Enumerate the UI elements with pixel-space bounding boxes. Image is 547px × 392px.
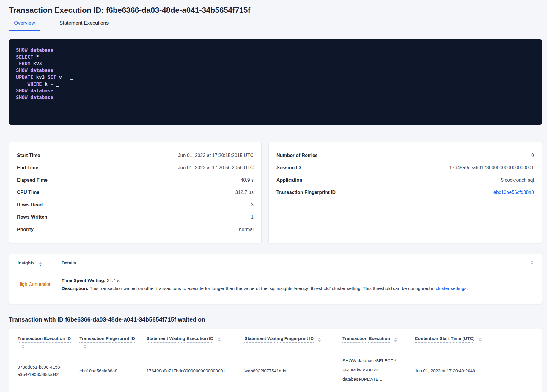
insight-details: Time Spent Waiting: 34.4 s Description: …	[62, 276, 533, 292]
tab-overview[interactable]: Overview	[9, 18, 40, 31]
cell-transaction-execution-link[interactable]: SHOW databaseSELECT * FROM kv3SHOW datab…	[342, 357, 415, 385]
insights-column-label[interactable]: Insights	[18, 260, 35, 267]
sql-line: SHOW database	[16, 47, 535, 54]
detail-row-elapsed-time: Elapsed Time 40.9 s	[17, 174, 254, 186]
sort-icon[interactable]	[218, 338, 221, 342]
insight-row: High Contention Time Spent Waiting: 34.4…	[18, 270, 533, 300]
page-title: Transaction Execution ID: f6be6366-da03-…	[9, 5, 542, 15]
cluster-settings-link[interactable]: cluster settings	[436, 286, 466, 291]
cell-statement-waiting-fingerprint-id: \xdb8922f077541dda	[244, 367, 342, 374]
session-details-card: Number of Retries 0 Session ID 17648a9ee…	[268, 142, 542, 243]
sort-icon[interactable]	[479, 338, 482, 342]
detail-row-transaction-fingerprint-id: Transaction Fingerprint ID ebc10ae56cfd8…	[276, 186, 534, 199]
sort-icon[interactable]	[530, 260, 533, 265]
high-contention-badge: High Contention	[18, 282, 62, 287]
transaction-fingerprint-link[interactable]: ebc10ae56cfd88a8	[493, 190, 534, 195]
time-spent-waiting: Time Spent Waiting: 34.4 s	[62, 276, 533, 284]
sql-line: SHOW database	[16, 94, 535, 101]
detail-row-rows-written: Rows Written 1	[17, 211, 254, 224]
cell-statement-waiting-execution-id: 176498a9c717bdc80000000000000001	[147, 367, 245, 374]
column-header-contention-start-time: Contention Start Time (UTC)	[415, 336, 533, 349]
detail-row-application: Application $ cockroach sql	[276, 174, 534, 186]
column-header-statement-waiting-execution-id: Statement Waiting Execution ID	[147, 336, 245, 349]
sql-line: SELECT *	[16, 54, 535, 61]
detail-row-end-time: End Time Jun 01, 2023 at 17:20:56:2056 U…	[17, 162, 254, 174]
sort-icon[interactable]	[22, 344, 25, 349]
waited-on-heading: Transaction with ID f6be6366-da03-48de-a…	[9, 316, 542, 323]
cell-transaction-fingerprint-id: ebc10ae56cfd88a8	[79, 367, 147, 374]
transaction-details-page: Transaction Execution ID: f6be6366-da03-…	[0, 0, 547, 392]
table-row: 9738d051-bc0e-4158-a9b4-1903586ddd42 ebc…	[18, 352, 533, 391]
column-header-statement-waiting-fingerprint-id: Statement Waiting Fingerprint ID	[244, 336, 342, 349]
cell-contention-start-time: Jun 01, 2023 at 17:20:49:2049	[415, 367, 533, 374]
details-column-label[interactable]: Details	[62, 260, 76, 267]
sort-icon[interactable]	[318, 338, 321, 342]
sort-icon[interactable]	[39, 262, 42, 266]
waited-on-table-header: Transaction Execution ID Transaction Fin…	[18, 336, 533, 352]
cell-transaction-execution-id: 9738d051-bc0e-4158-a9b4-1903586ddd42	[18, 363, 79, 378]
insight-description: Description: This transaction waited on …	[62, 284, 533, 292]
sql-statements-box: SHOW database SELECT * FROM kv3 SHOW dat…	[9, 39, 542, 125]
sql-line: SHOW database	[16, 87, 535, 94]
details-column-header: Details	[62, 260, 76, 267]
summary-cards-row: Start Time Jun 01, 2023 at 17:20:15:2015…	[9, 142, 542, 243]
column-header-transaction-fingerprint-id: Transaction Fingerprint ID	[79, 336, 147, 349]
waited-on-table: Transaction Execution ID Transaction Fin…	[9, 329, 542, 392]
sort-icon[interactable]	[84, 344, 87, 349]
tab-statement-executions[interactable]: Statement Executions	[54, 18, 114, 31]
insights-table-header: Insights Details	[18, 260, 533, 270]
detail-row-number-of-retries: Number of Retries 0	[276, 149, 534, 162]
sort-icon[interactable]	[394, 338, 397, 342]
detail-row-cpu-time: CPU Time 312.7 µs	[17, 186, 254, 199]
tab-bar: Overview Statement Executions	[9, 18, 542, 31]
column-header-transaction-execution: Transaction Execution	[342, 336, 415, 349]
detail-row-session-id: Session ID 17648a9eea6017800000000000000…	[276, 162, 534, 174]
sql-line: WHERE k = _	[16, 81, 535, 88]
column-header-transaction-execution-id: Transaction Execution ID	[18, 336, 79, 349]
insights-column-header: Insights	[18, 260, 62, 267]
insights-table: Insights Details High Contention Time Sp…	[9, 254, 542, 304]
detail-row-start-time: Start Time Jun 01, 2023 at 17:20:15:2015…	[17, 149, 254, 162]
sql-line: UPDATE kv3 SET v = _	[16, 74, 535, 81]
sql-line: FROM kv3	[16, 60, 535, 67]
detail-row-priority: Priority normal	[17, 223, 254, 236]
detail-row-rows-read: Rows Read 3	[17, 199, 254, 211]
sql-line: SHOW database	[16, 67, 535, 74]
execution-overview-card: Start Time Jun 01, 2023 at 17:20:15:2015…	[9, 142, 262, 243]
